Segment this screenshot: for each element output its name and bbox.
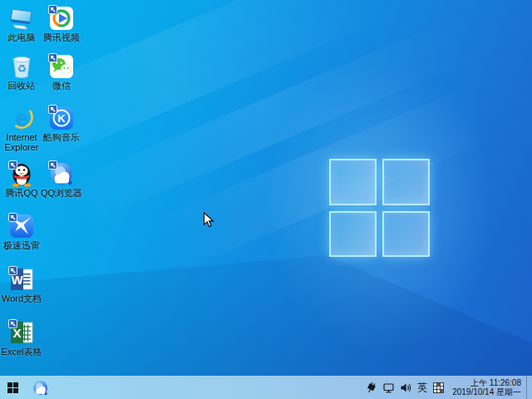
icon-label: 极速迅雷 — [0, 240, 43, 250]
desktop-icon-wechat[interactable]: 微信 — [40, 52, 83, 91]
taskbar-pinned-qq-browser[interactable] — [26, 376, 54, 399]
icon-label: QQ浏览器 — [40, 188, 83, 198]
icon-label: 腾讯视频 — [40, 32, 83, 42]
desktop-icon-recycle-bin[interactable]: ♻ 回收站 — [0, 52, 43, 91]
shortcut-arrow-badge — [8, 213, 17, 222]
icon-label: Excel表格 — [0, 347, 43, 357]
usb-device-icon[interactable] — [365, 382, 377, 394]
windows-logo-pane — [329, 211, 377, 258]
clock-date: 2019/10/14 星期一 — [452, 387, 521, 397]
desktop-icon-tencent-video[interactable]: 腾讯视频 — [40, 3, 83, 42]
system-tray: 英 上午 11:26:08 2019/10/14 星期一 — [365, 376, 530, 399]
qq-browser-icon — [32, 379, 49, 397]
icon-label: 回收站 — [0, 81, 43, 91]
desktop-icon-kugou-music[interactable]: K 酷狗音乐 — [40, 103, 83, 142]
ime-language-indicator[interactable]: 英 — [417, 382, 427, 394]
shortcut-arrow-badge — [48, 53, 57, 62]
desktop-icon-qq-browser[interactable]: QQ浏览器 — [40, 159, 83, 198]
icon-label: 腾讯QQ — [0, 188, 43, 198]
network-icon[interactable] — [382, 382, 395, 394]
desktop-icon-excel-sheet[interactable]: X Excel表格 — [0, 318, 43, 357]
start-button[interactable] — [0, 376, 26, 399]
shortcut-arrow-badge — [48, 105, 57, 114]
kugou-letter: K — [57, 112, 66, 125]
icon-label: 此电脑 — [0, 32, 43, 42]
icon-label: 酷狗音乐 — [40, 132, 83, 142]
icon-label: Word文档 — [0, 293, 43, 303]
windows-start-icon — [7, 382, 18, 393]
desktop-icon-thunder[interactable]: 极速迅雷 — [0, 211, 43, 250]
desktop-icon-tencent-qq[interactable]: 腾讯QQ — [0, 159, 43, 198]
icon-label: 微信 — [40, 81, 83, 91]
shortcut-arrow-badge — [8, 160, 17, 170]
taskbar-clock[interactable]: 上午 11:26:08 2019/10/14 星期一 — [450, 378, 521, 397]
shortcut-arrow-badge — [8, 266, 17, 275]
internet-explorer-icon: e — [8, 105, 35, 131]
desktop-icon-internet-explorer[interactable]: e Internet Explorer — [0, 103, 43, 152]
desktop-wallpaper: 此电脑 腾讯视频 ♻ 回收站 — [0, 0, 532, 399]
windows-logo-pane — [382, 159, 430, 205]
windows-logo-pane — [329, 159, 377, 205]
volume-icon[interactable] — [400, 382, 412, 394]
windows-logo-pane — [382, 211, 430, 258]
shortcut-arrow-badge — [48, 160, 57, 170]
mouse-cursor — [203, 212, 214, 229]
desktop-icon-this-pc[interactable]: 此电脑 — [0, 3, 43, 42]
clock-time: 上午 11:26:08 — [452, 378, 521, 387]
recycle-bin-icon: ♻ — [8, 53, 35, 80]
windows-logo-wallpaper — [329, 159, 430, 257]
this-pc-icon — [8, 5, 35, 32]
ime-grid-icon[interactable] — [432, 382, 445, 394]
desktop-icon-word-document[interactable]: W Word文档 — [0, 264, 43, 303]
icon-label: Internet Explorer — [0, 132, 43, 152]
taskbar: 英 上午 11:26:08 2019/10/14 星期一 — [0, 376, 532, 399]
shortcut-arrow-badge — [48, 5, 57, 14]
show-desktop-button[interactable] — [526, 376, 530, 399]
shortcut-arrow-badge — [8, 319, 17, 328]
recycle-symbol: ♻ — [17, 62, 27, 75]
